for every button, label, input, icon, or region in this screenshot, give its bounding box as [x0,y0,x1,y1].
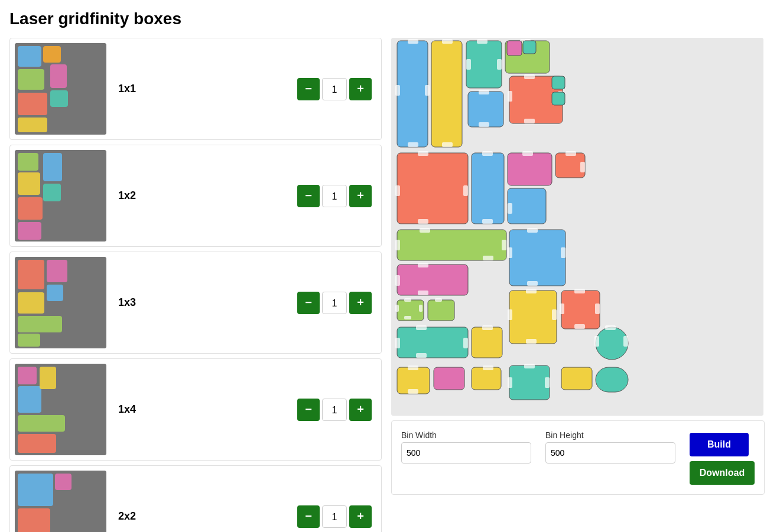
svg-rect-118 [483,365,493,370]
svg-rect-26 [18,434,56,453]
svg-rect-101 [435,298,442,302]
page-title: Laser gridfinity boxes [9,9,758,28]
svg-rect-91 [574,289,585,293]
bin-width-input[interactable] [401,442,531,464]
svg-rect-60 [463,185,468,196]
svg-rect-3 [18,69,44,90]
svg-rect-44 [477,39,488,44]
svg-rect-24 [18,386,41,413]
svg-rect-114 [524,364,535,368]
svg-rect-129 [523,41,536,54]
svg-rect-69 [508,188,546,224]
decrement-1x2[interactable]: − [297,185,320,207]
svg-rect-30 [55,474,72,490]
svg-rect-42 [442,142,453,147]
counter-1x1: − 1 + [297,78,372,100]
build-button[interactable]: Build [690,433,749,456]
svg-rect-68 [580,162,585,172]
svg-rect-77 [527,228,538,233]
decrement-2x2[interactable]: − [297,505,320,528]
svg-rect-59 [395,185,400,196]
svg-rect-72 [420,228,430,233]
svg-rect-43 [466,41,502,88]
left-panel: 1x1 − 1 + 1x2 − [9,38,382,532]
bin-height-input[interactable] [545,442,675,464]
svg-rect-96 [404,298,411,302]
svg-rect-89 [552,309,557,320]
svg-rect-127 [479,122,489,127]
right-panel: Bin Width Bin Height Build Download [391,38,765,495]
decrement-1x1[interactable]: − [297,78,320,100]
bin-width-group: Bin Width [401,430,531,464]
svg-rect-125 [468,92,503,127]
quantity-1x1: 1 [322,78,347,100]
box-label-1x1: 1x1 [106,83,297,95]
svg-rect-86 [526,289,537,293]
svg-rect-73 [483,256,493,260]
svg-rect-120 [596,327,628,360]
box-label-1x4: 1x4 [106,403,297,416]
svg-rect-113 [509,365,550,400]
svg-rect-58 [418,219,428,224]
svg-rect-64 [508,153,552,185]
increment-1x4[interactable]: + [349,399,372,421]
increment-1x1[interactable]: + [349,78,372,100]
svg-rect-35 [397,41,428,147]
svg-rect-39 [425,85,430,96]
box-item-1x4: 1x4 − 1 + [9,358,382,461]
svg-rect-74 [395,240,400,250]
svg-rect-102 [397,327,468,358]
svg-rect-9 [18,153,38,171]
svg-rect-54 [552,76,565,89]
bin-width-label: Bin Width [401,430,531,440]
svg-rect-46 [497,59,502,70]
thumbnail-1x3 [15,257,106,348]
svg-rect-104 [416,353,427,358]
svg-rect-36 [408,39,418,44]
download-button[interactable]: Download [690,461,755,485]
svg-rect-18 [47,285,63,301]
svg-rect-5 [18,118,47,132]
svg-rect-56 [397,153,468,224]
svg-rect-57 [418,151,428,156]
svg-rect-115 [508,377,512,388]
thumbnail-1x1 [15,43,106,135]
increment-2x2[interactable]: + [349,505,372,528]
quantity-1x3: 1 [322,292,347,314]
svg-rect-107 [472,327,502,358]
counter-2x2: − 1 + [297,505,372,528]
svg-rect-23 [18,367,37,384]
svg-rect-80 [561,247,566,258]
svg-rect-93 [560,303,564,314]
svg-rect-112 [434,367,464,390]
counter-1x4: − 1 + [297,399,372,421]
increment-1x3[interactable]: + [349,292,372,314]
svg-rect-88 [508,309,512,320]
increment-1x2[interactable]: + [349,185,372,207]
svg-rect-31 [18,508,50,532]
box-item-1x3: 1x3 − 1 + [9,252,382,354]
svg-rect-4 [18,93,47,115]
svg-rect-6 [50,64,67,88]
svg-rect-11 [18,197,43,220]
decrement-1x4[interactable]: − [297,399,320,421]
svg-rect-55 [552,92,565,105]
svg-rect-14 [43,184,61,201]
svg-rect-13 [43,153,62,181]
svg-rect-70 [508,203,512,214]
svg-rect-82 [418,263,428,267]
svg-rect-122 [594,336,599,347]
svg-rect-62 [482,151,493,156]
thumbnail-1x2 [15,150,106,241]
svg-rect-1 [18,46,41,67]
svg-rect-84 [395,275,400,286]
svg-rect-119 [561,367,592,390]
svg-rect-99 [419,305,422,312]
canvas-area [391,38,763,416]
controls-area: Bin Width Bin Height Build Download [391,420,765,495]
main-layout: 1x1 − 1 + 1x2 − [9,38,758,532]
svg-rect-87 [526,339,537,344]
svg-rect-2 [43,46,61,63]
decrement-1x3[interactable]: − [297,292,320,314]
svg-rect-90 [561,291,600,329]
